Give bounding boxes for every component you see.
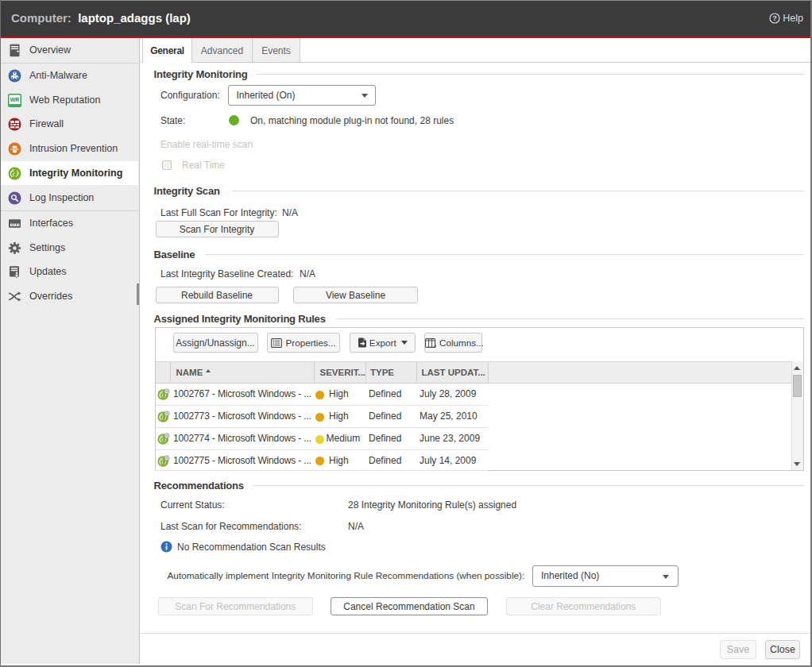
svg-text:?: ?	[772, 14, 777, 22]
svg-text:WR: WR	[10, 97, 20, 102]
